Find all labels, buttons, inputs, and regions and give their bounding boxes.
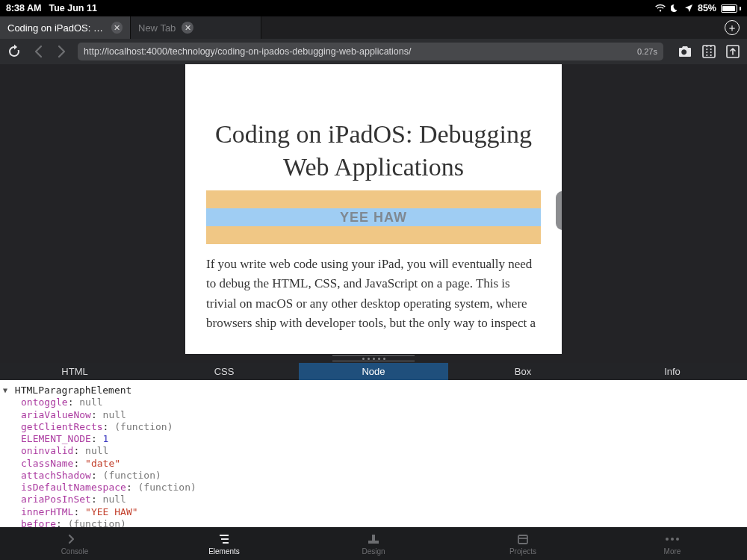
svg-rect-9 — [518, 535, 527, 544]
status-time: 8:38 AM — [6, 3, 41, 13]
export-icon[interactable] — [725, 43, 741, 60]
console-icon — [68, 532, 81, 546]
tab-label: HTML — [61, 366, 87, 377]
inspector-tab-css[interactable]: CSS — [149, 363, 299, 380]
do-not-disturb-icon — [671, 4, 680, 13]
node-property[interactable]: getClientRects: (function) — [21, 421, 744, 433]
pane-splitter[interactable] — [0, 354, 747, 363]
node-property[interactable]: ariaPosInSet: null — [21, 494, 744, 505]
tab-bar: Coding on iPadOS: D… ✕ New Tab ✕ ＋ — [0, 16, 747, 39]
more-icon — [666, 532, 679, 546]
bottom-nav: Console Elements Design Projects More — [0, 527, 747, 560]
url-text: http://localhost:4000/technology/coding-… — [84, 46, 412, 57]
tab-label: Box — [515, 366, 531, 377]
grip-icon — [332, 355, 415, 361]
new-tab-button[interactable]: ＋ — [717, 16, 747, 39]
inspector-body[interactable]: ▼ HTMLParagraphElement ontoggle: nullari… — [0, 380, 747, 527]
snapshot-icon[interactable] — [677, 43, 693, 60]
columns-icon[interactable] — [701, 43, 717, 60]
nav-projects[interactable]: Projects — [448, 527, 598, 560]
node-property[interactable]: ariaValueNow: null — [21, 409, 744, 421]
inspector-tab-node[interactable]: Node — [299, 363, 448, 380]
tab-label: Node — [362, 366, 385, 377]
status-bar: 8:38 AM Tue Jun 11 85% — [0, 0, 747, 16]
inspector-tab-box[interactable]: Box — [448, 363, 598, 380]
node-property[interactable]: ELEMENT_NODE: 1 — [21, 433, 744, 445]
inspected-element-highlight: YEE HAW — [206, 190, 541, 244]
node-property[interactable]: innerHTML: "YEE HAW" — [21, 506, 744, 518]
toolbar: http://localhost:4000/technology/coding-… — [0, 39, 747, 64]
reload-button[interactable] — [6, 43, 22, 60]
node-property[interactable]: before: (function) — [21, 518, 744, 527]
nav-more[interactable]: More — [598, 527, 747, 560]
node-property[interactable]: attachShadow: (function) — [21, 470, 744, 482]
close-icon[interactable]: ✕ — [111, 22, 123, 34]
projects-icon — [516, 532, 530, 546]
node-property[interactable]: className: "date" — [21, 458, 744, 470]
tab-0[interactable]: Coding on iPadOS: D… ✕ — [0, 16, 131, 39]
node-property[interactable]: ontoggle: null — [21, 396, 744, 408]
inspector-tab-info[interactable]: Info — [598, 363, 747, 380]
nav-label: Elements — [208, 547, 240, 556]
nav-label: Console — [61, 547, 89, 556]
highlight-text: YEE HAW — [340, 210, 407, 225]
rendered-page[interactable]: Coding on iPadOS: Debugging Web Applicat… — [185, 64, 562, 354]
url-bar[interactable]: http://localhost:4000/technology/coding-… — [78, 43, 663, 60]
svg-rect-0 — [703, 46, 715, 57]
nav-elements[interactable]: Elements — [149, 527, 299, 560]
page-viewport: Coding on iPadOS: Debugging Web Applicat… — [0, 64, 747, 354]
forward-button[interactable] — [54, 43, 70, 60]
close-icon[interactable]: ✕ — [182, 22, 193, 34]
nav-label: More — [664, 547, 681, 556]
inspector-tabs: HTML CSS Node Box Info — [0, 363, 747, 380]
node-name-text: HTMLParagraphElement — [15, 385, 132, 396]
nav-label: Design — [362, 547, 385, 556]
design-icon — [367, 532, 380, 546]
location-icon — [684, 4, 693, 13]
tab-title: Coding on iPadOS: D… — [7, 22, 105, 34]
battery-percent: 85% — [698, 3, 716, 13]
elements-icon — [217, 532, 231, 546]
node-property[interactable]: isDefaultNamespace: (function) — [21, 482, 744, 494]
page-title: Coding on iPadOS: Debugging Web Applicat… — [206, 118, 541, 183]
nav-console[interactable]: Console — [0, 527, 149, 560]
tab-label: CSS — [214, 366, 235, 377]
nav-label: Projects — [509, 547, 536, 556]
wifi-icon — [654, 4, 666, 13]
tab-1[interactable]: New Tab ✕ — [131, 16, 261, 39]
inspector-tab-html[interactable]: HTML — [0, 363, 149, 380]
load-time: 0.27s — [637, 47, 657, 56]
battery-icon — [721, 4, 741, 13]
nav-design[interactable]: Design — [299, 527, 448, 560]
page-body-text: If you write web code using your iPad, y… — [206, 255, 541, 333]
tab-title: New Tab — [138, 22, 176, 34]
scroll-handle[interactable] — [556, 191, 562, 230]
plus-icon: ＋ — [725, 20, 740, 35]
node-name[interactable]: ▼ HTMLParagraphElement — [3, 385, 744, 396]
tab-label: Info — [664, 366, 681, 377]
disclosure-triangle-icon[interactable]: ▼ — [3, 386, 7, 396]
status-date: Tue Jun 11 — [49, 3, 96, 13]
svg-rect-7 — [368, 541, 379, 544]
svg-rect-8 — [372, 535, 375, 541]
back-button[interactable] — [30, 43, 46, 60]
node-property[interactable]: oninvalid: null — [21, 445, 744, 457]
